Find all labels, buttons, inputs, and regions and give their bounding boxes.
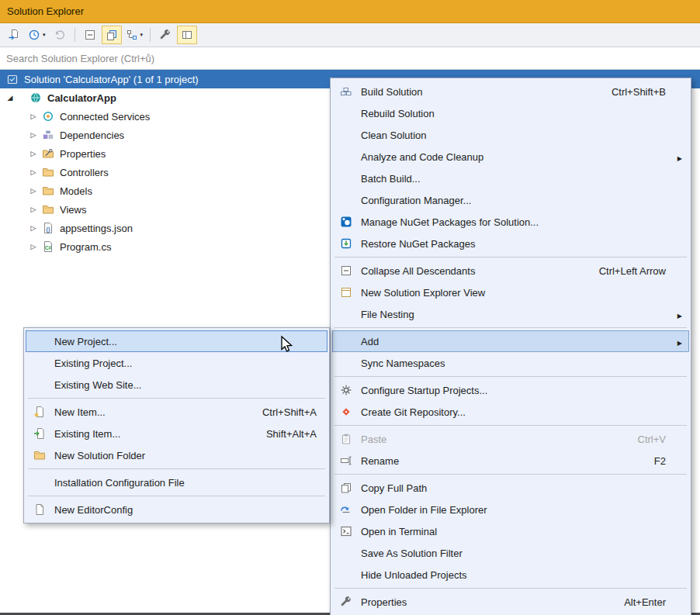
window-title: Solution Explorer bbox=[7, 5, 84, 17]
menu-item-analyze-and-code-cleanup[interactable]: Analyze and Code Cleanup bbox=[332, 146, 689, 168]
menu-item-rebuild-solution[interactable]: Rebuild Solution bbox=[332, 102, 689, 124]
show-all-files-button[interactable] bbox=[102, 26, 122, 44]
menu-item-open-folder-in-file-explorer[interactable]: Open Folder in File Explorer bbox=[332, 499, 689, 520]
toolbar-separator bbox=[75, 28, 75, 42]
menu-separator bbox=[28, 398, 325, 399]
toolbar-separator bbox=[150, 28, 151, 42]
preview-selected-items-button[interactable] bbox=[177, 26, 197, 44]
menu-item-manage-nuget-packages[interactable]: Manage NuGet Packages for Solution... bbox=[332, 211, 689, 233]
menu-item-label: File Nesting bbox=[361, 309, 414, 320]
collapse-all-button[interactable] bbox=[80, 26, 100, 44]
menu-item-shortcut: Ctrl+V bbox=[638, 434, 666, 445]
menu-item-new-item[interactable]: New Item... Ctrl+Shift+A bbox=[26, 401, 327, 423]
menu-separator bbox=[28, 468, 325, 469]
dropdown-caret-icon: ▾ bbox=[140, 32, 144, 38]
menu-item-existing-web-site[interactable]: Existing Web Site... bbox=[26, 374, 327, 396]
existing-item-icon bbox=[30, 427, 49, 441]
expander-icon[interactable] bbox=[28, 168, 39, 176]
menu-item-label: Rename bbox=[361, 455, 399, 467]
menu-item-copy-full-path[interactable]: Copy Full Path bbox=[332, 477, 689, 499]
paste-icon bbox=[337, 432, 355, 446]
menu-item-paste[interactable]: Paste Ctrl+V bbox=[332, 428, 689, 450]
icon-spacer bbox=[30, 475, 49, 489]
undo-button[interactable] bbox=[50, 26, 70, 44]
expander-icon[interactable] bbox=[28, 224, 39, 232]
menu-item-label: Rebuild Solution bbox=[361, 108, 435, 119]
menu-separator bbox=[334, 588, 687, 589]
folder-icon bbox=[30, 448, 49, 462]
expander-icon[interactable] bbox=[28, 243, 39, 250]
menu-item-label: Analyze and Code Cleanup bbox=[361, 151, 483, 163]
expander-icon[interactable] bbox=[28, 206, 39, 213]
menu-item-create-git-repository[interactable]: Create Git Repository... bbox=[332, 401, 689, 423]
expander-icon[interactable] bbox=[28, 187, 39, 195]
project-icon bbox=[29, 92, 43, 104]
gear-icon bbox=[337, 383, 355, 397]
sync-with-active-document-button[interactable] bbox=[4, 26, 24, 44]
submenu-arrow-icon bbox=[677, 151, 682, 163]
expander-icon[interactable] bbox=[28, 131, 39, 139]
menu-item-label: Installation Configuration File bbox=[54, 477, 185, 489]
folder-icon bbox=[42, 185, 55, 197]
expander-icon[interactable] bbox=[28, 150, 39, 157]
solution-icon bbox=[6, 73, 19, 85]
menu-item-rename[interactable]: Rename F2 bbox=[332, 450, 689, 472]
sync-document-icon bbox=[8, 29, 20, 41]
collapse-all-icon bbox=[337, 264, 355, 278]
pending-changes-filter-button[interactable]: ▾ bbox=[26, 26, 48, 44]
tree-item-label: Solution 'CalculatorApp' (1 of 1 project… bbox=[24, 74, 199, 85]
connected-services-icon bbox=[42, 110, 55, 123]
menu-separator bbox=[334, 376, 687, 377]
menu-item-label: Add bbox=[361, 336, 379, 347]
menu-item-new-project[interactable]: New Project... bbox=[26, 330, 327, 352]
menu-item-label: Open in Terminal bbox=[361, 526, 437, 537]
menu-item-new-solution-explorer-view[interactable]: New Solution Explorer View bbox=[332, 282, 689, 303]
menu-item-configure-startup-projects[interactable]: Configure Startup Projects... bbox=[332, 379, 689, 401]
menu-item-clean-solution[interactable]: Clean Solution bbox=[332, 124, 689, 146]
menu-item-sync-namespaces[interactable]: Sync Namespaces bbox=[332, 352, 689, 374]
tree-item-label: Dependencies bbox=[60, 130, 124, 141]
expander-icon[interactable] bbox=[28, 112, 39, 120]
menu-item-new-solution-folder[interactable]: New Solution Folder bbox=[26, 444, 327, 466]
menu-item-label: Sync Namespaces bbox=[361, 358, 445, 369]
git-icon bbox=[337, 405, 355, 419]
menu-item-save-as-solution-filter[interactable]: Save As Solution Filter bbox=[332, 542, 689, 564]
expander-icon[interactable] bbox=[5, 94, 16, 102]
icon-spacer bbox=[337, 106, 355, 120]
titlebar[interactable]: Solution Explorer bbox=[0, 0, 700, 23]
new-item-icon bbox=[30, 405, 49, 419]
rename-icon bbox=[337, 454, 355, 468]
menu-item-label: Paste bbox=[361, 434, 386, 445]
collapse-all-icon bbox=[84, 29, 96, 41]
tree-item-label: Models bbox=[60, 185, 92, 197]
sync-selection-button[interactable]: ▾ bbox=[123, 26, 146, 44]
tree-item-label: appsettings.json bbox=[60, 223, 133, 234]
menu-item-collapse-all-descendants[interactable]: Collapse All Descendants Ctrl+Left Arrow bbox=[332, 260, 689, 282]
tree-item-label: Connected Services bbox=[60, 111, 150, 123]
menu-item-label: Configure Startup Projects... bbox=[361, 385, 487, 396]
clock-icon bbox=[28, 29, 40, 41]
wrench-icon bbox=[159, 29, 172, 41]
search-input[interactable] bbox=[0, 47, 700, 69]
menu-item-installation-configuration-file[interactable]: Installation Configuration File bbox=[26, 472, 327, 493]
properties-button[interactable] bbox=[155, 26, 175, 44]
menu-item-restore-nuget-packages[interactable]: Restore NuGet Packages bbox=[332, 233, 689, 254]
menu-item-existing-item[interactable]: Existing Item... Shift+Alt+A bbox=[26, 423, 327, 444]
svg-text:C#: C# bbox=[45, 245, 52, 250]
menu-item-properties[interactable]: Properties Alt+Enter bbox=[332, 591, 689, 613]
menu-item-new-editorconfig[interactable]: New EditorConfig bbox=[26, 499, 327, 520]
menu-item-open-in-terminal[interactable]: Open in Terminal bbox=[332, 520, 689, 542]
icon-spacer bbox=[337, 546, 355, 560]
menu-item-batch-build[interactable]: Batch Build... bbox=[332, 168, 689, 189]
menu-item-shortcut: Ctrl+Left Arrow bbox=[599, 265, 666, 277]
menu-item-file-nesting[interactable]: File Nesting bbox=[332, 303, 689, 325]
menu-item-build-solution[interactable]: Build Solution Ctrl+Shift+B bbox=[332, 81, 689, 102]
menu-item-label: Save As Solution Filter bbox=[361, 548, 463, 559]
menu-item-hide-unloaded-projects[interactable]: Hide Unloaded Projects bbox=[332, 564, 689, 586]
menu-separator bbox=[334, 425, 687, 426]
menu-item-existing-project[interactable]: Existing Project... bbox=[26, 352, 327, 374]
copy-path-icon bbox=[337, 481, 355, 495]
menu-item-configuration-manager[interactable]: Configuration Manager... bbox=[332, 189, 689, 211]
menu-item-label: Clean Solution bbox=[361, 130, 427, 141]
menu-item-add[interactable]: Add bbox=[332, 330, 689, 352]
